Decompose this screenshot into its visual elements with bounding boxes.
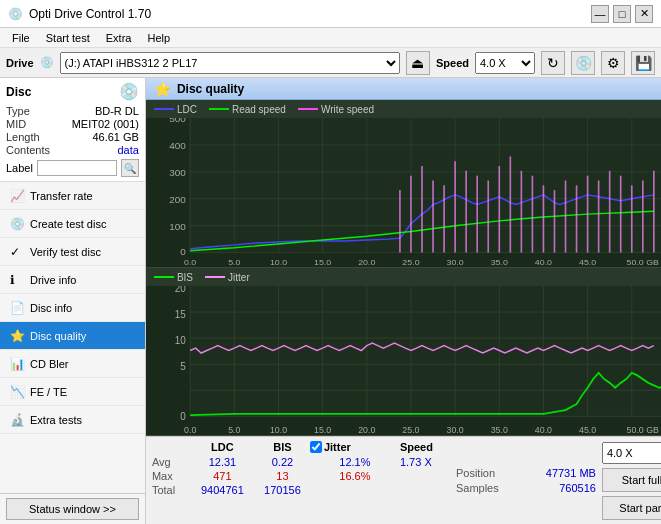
- disc-type-row: Type BD-R DL: [6, 105, 139, 117]
- svg-text:5: 5: [180, 360, 186, 373]
- start-full-button[interactable]: Start full: [602, 468, 661, 492]
- speed-selector[interactable]: 4.0 X: [475, 52, 535, 74]
- nav-drive-info[interactable]: ℹ Drive info: [0, 266, 145, 294]
- svg-text:5.0: 5.0: [228, 259, 241, 267]
- main-layout: Disc 💿 Type BD-R DL MID MEIT02 (001) Len…: [0, 78, 661, 524]
- nav-disc-quality[interactable]: ⭐ Disc quality: [0, 322, 145, 350]
- position-row: Position 47731 MB: [456, 467, 596, 479]
- disc-section-icon: 💿: [119, 82, 139, 101]
- menu-extra[interactable]: Extra: [98, 31, 140, 45]
- disc-length-label: Length: [6, 131, 40, 143]
- transfer-rate-icon: 📈: [10, 189, 24, 203]
- extra-tests-icon: 🔬: [10, 413, 24, 427]
- status-window-button[interactable]: Status window >>: [6, 498, 139, 520]
- stats-speed-display: 1.73 X: [400, 456, 432, 468]
- drive-info-icon: ℹ: [10, 273, 24, 287]
- disc-quality-panel-icon: ⭐: [154, 81, 171, 97]
- stats-max-label: Max: [152, 470, 190, 482]
- stats-total-bis: 170156: [255, 484, 310, 496]
- refresh-button[interactable]: ↻: [541, 51, 565, 75]
- jitter-checkbox[interactable]: [310, 441, 322, 453]
- nav-fe-te-label: FE / TE: [30, 386, 67, 398]
- nav-drive-info-label: Drive info: [30, 274, 76, 286]
- disc-label-search-button[interactable]: 🔍: [121, 159, 139, 177]
- samples-row: Samples 760516: [456, 482, 596, 494]
- drive-label: Drive: [6, 57, 34, 69]
- legend-ldc-label: LDC: [177, 104, 197, 115]
- drivebar: Drive 💿 (J:) ATAPI iHBS312 2 PL17 ⏏ Spee…: [0, 48, 661, 78]
- svg-text:15: 15: [175, 308, 186, 321]
- svg-text:45.0: 45.0: [579, 423, 596, 435]
- svg-text:15.0: 15.0: [314, 423, 331, 435]
- disc-mid-value: MEIT02 (001): [72, 118, 139, 130]
- legend-write-speed: Write speed: [298, 104, 374, 115]
- nav-cd-bler[interactable]: 📊 CD Bler: [0, 350, 145, 378]
- app-title: Opti Drive Control 1.70: [29, 7, 151, 21]
- svg-text:10.0: 10.0: [270, 423, 287, 435]
- save-button[interactable]: 💾: [631, 51, 655, 75]
- menu-start-test[interactable]: Start test: [38, 31, 98, 45]
- disc-label-key: Label: [6, 162, 33, 174]
- svg-text:50.0 GB: 50.0 GB: [627, 423, 659, 435]
- stats-avg-row: Avg 12.31 0.22 12.1% 1.73 X: [152, 456, 450, 468]
- nav-create-test-disc[interactable]: 💿 Create test disc: [0, 210, 145, 238]
- svg-text:0.0: 0.0: [184, 423, 196, 435]
- disc-mid-label: MID: [6, 118, 26, 130]
- fe-te-icon: 📉: [10, 385, 24, 399]
- chart2-legend: BIS Jitter: [146, 268, 661, 286]
- disc-quality-panel-title: Disc quality: [177, 82, 244, 96]
- stats-total-label: Total: [152, 484, 190, 496]
- eject-button[interactable]: ⏏: [406, 51, 430, 75]
- samples-value: 760516: [559, 482, 596, 494]
- svg-text:45.0: 45.0: [579, 259, 597, 267]
- disc-quality-icon: ⭐: [10, 329, 24, 343]
- titlebar: 💿 Opti Drive Control 1.70 — □ ✕: [0, 0, 661, 28]
- disc-section-title: Disc: [6, 85, 31, 99]
- svg-text:300: 300: [169, 168, 186, 177]
- svg-text:200: 200: [169, 195, 186, 204]
- disc-type-value: BD-R DL: [95, 105, 139, 117]
- cd-bler-icon: 📊: [10, 357, 24, 371]
- svg-text:35.0: 35.0: [491, 423, 508, 435]
- titlebar-controls: — □ ✕: [591, 5, 653, 23]
- stats-avg-ldc: 12.31: [190, 456, 255, 468]
- stats-max-row: Max 471 13 16.6%: [152, 470, 450, 482]
- svg-text:0.0: 0.0: [184, 259, 197, 267]
- speed-select-dropdown[interactable]: 4.0 X: [602, 442, 661, 464]
- nav-cd-bler-label: CD Bler: [30, 358, 69, 370]
- svg-text:100: 100: [169, 222, 186, 231]
- stats-total-ldc: 9404761: [190, 484, 255, 496]
- svg-text:25.0: 25.0: [402, 423, 419, 435]
- nav-verify-test-disc[interactable]: ✓ Verify test disc: [0, 238, 145, 266]
- disc-quality-panel: ⭐ Disc quality LDC Read speed: [146, 78, 661, 524]
- start-part-button[interactable]: Start part: [602, 496, 661, 520]
- disc-label-input[interactable]: [37, 160, 117, 176]
- maximize-button[interactable]: □: [613, 5, 631, 23]
- menu-help[interactable]: Help: [139, 31, 178, 45]
- disc-contents-row: Contents data: [6, 144, 139, 156]
- bottom-stats: LDC BIS Jitter Speed Avg 12.31 0.22 12.1: [146, 436, 661, 524]
- settings-button[interactable]: ⚙: [601, 51, 625, 75]
- position-value: 47731 MB: [546, 467, 596, 479]
- svg-text:25.0: 25.0: [402, 259, 420, 267]
- close-button[interactable]: ✕: [635, 5, 653, 23]
- stats-col-empty: [152, 441, 190, 453]
- minimize-button[interactable]: —: [591, 5, 609, 23]
- nav-transfer-rate[interactable]: 📈 Transfer rate: [0, 182, 145, 210]
- menu-file[interactable]: File: [4, 31, 38, 45]
- disc-button[interactable]: 💿: [571, 51, 595, 75]
- svg-text:20.0: 20.0: [358, 423, 375, 435]
- nav-fe-te[interactable]: 📉 FE / TE: [0, 378, 145, 406]
- nav-extra-tests-label: Extra tests: [30, 414, 82, 426]
- legend-ldc: LDC: [154, 104, 197, 115]
- nav-disc-quality-label: Disc quality: [30, 330, 86, 342]
- stats-avg-label: Avg: [152, 456, 190, 468]
- stats-col-jitter: Jitter: [310, 441, 400, 453]
- legend-jitter: Jitter: [205, 272, 250, 283]
- stats-max-ldc: 471: [190, 470, 255, 482]
- drive-selector[interactable]: (J:) ATAPI iHBS312 2 PL17: [60, 52, 400, 74]
- nav-extra-tests[interactable]: 🔬 Extra tests: [0, 406, 145, 434]
- nav-disc-info[interactable]: 📄 Disc info: [0, 294, 145, 322]
- chart1-legend: LDC Read speed Write speed: [146, 100, 661, 118]
- disc-contents-value: data: [118, 144, 139, 156]
